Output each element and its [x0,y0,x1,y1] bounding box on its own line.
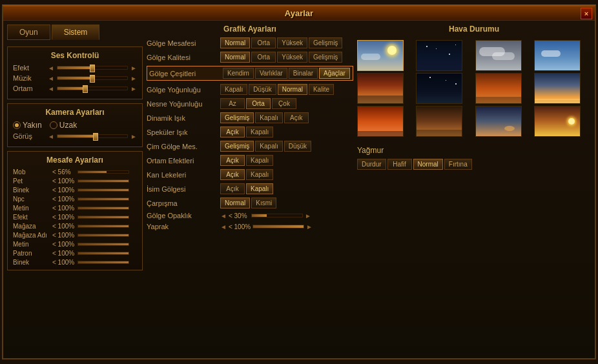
btn-gelismis-2[interactable]: Gelişmiş [309,52,342,63]
magaza-slider[interactable] [77,225,129,228]
golge-opaklik-right[interactable]: ► [305,212,311,219]
magaza-adi-slider[interactable] [77,234,129,237]
mob-slider[interactable] [77,170,129,174]
ortam-right-arrow[interactable]: ► [130,85,137,92]
weather-thumb-6[interactable] [475,73,522,104]
weather-thumb-2[interactable] [475,40,522,71]
ses-kontrolu-section: Ses Kontrolü Efekt ◄ ► Müzik ◄ [7,46,143,99]
yaprak-right[interactable]: ► [306,223,313,230]
efekt-mesafe-label: Efekt [13,214,50,221]
btn-dusuk-2[interactable]: Düşük [284,141,311,152]
btn-gelismis-3[interactable]: Gelişmiş [220,112,254,123]
uzak-radio[interactable]: Uzak [50,121,77,130]
btn-kapali-6[interactable]: Kapalı [246,169,273,180]
btn-hafif[interactable]: Hafif [387,159,412,170]
tab-oyun[interactable]: Oyun [7,25,50,40]
patron-slider[interactable] [77,252,129,255]
kamera-section: Kamera Ayarları Yakın Uzak Görüş ◄ [7,103,143,147]
btn-firtina[interactable]: Fırtına [444,159,472,170]
btn-kendim[interactable]: Kendim [223,68,254,79]
btn-kismi[interactable]: Kısmi [251,197,276,208]
muzik-left-arrow[interactable]: ◄ [48,75,54,82]
muzik-right-arrow[interactable]: ► [130,75,137,82]
weather-thumb-9[interactable] [416,106,462,137]
btn-varliklar[interactable]: Varlıklar [255,68,287,79]
btn-normal-2[interactable]: Normal [220,52,250,63]
btn-orta-1[interactable]: Orta [251,37,276,48]
weather-thumb-11[interactable] [534,106,581,137]
golge-opaklik-track[interactable] [251,214,303,217]
btn-kapali-7[interactable]: Kapalı [246,183,273,194]
btn-dusuk-1[interactable]: Düşük [249,84,276,95]
yakin-label: Yakın [23,121,42,130]
weather-thumb-5[interactable] [416,73,462,104]
binek-slider-1[interactable] [77,188,129,192]
btn-agaclar[interactable]: Ağaçlar [319,68,350,79]
btn-kalite[interactable]: Kalite [309,84,334,95]
npc-slider[interactable] [77,197,129,201]
weather-thumb-3[interactable] [534,40,581,71]
weather-thumb-0[interactable] [357,40,404,71]
btn-yuksek-2[interactable]: Yüksek [277,52,307,63]
btn-normal-4[interactable]: Normal [220,197,250,208]
ortam-slider[interactable] [57,86,128,90]
binek-slider-2[interactable] [77,261,129,264]
golge-opaklik-left[interactable]: ◄ [220,212,227,219]
btn-kapali-4[interactable]: Kapalı [255,141,282,152]
btn-orta-3[interactable]: Orta [246,98,271,109]
btn-acik-2[interactable]: Açık [220,126,245,137]
weather-thumb-4[interactable] [357,73,404,104]
efekt-slider[interactable] [57,66,128,70]
btn-gelismis-4[interactable]: Gelişmiş [220,141,254,152]
gorus-left-arrow[interactable]: ◄ [48,133,54,140]
btn-acik-1[interactable]: Açık [284,112,309,123]
dinamik-isik-row: Dinamik Işık Gelişmiş Kapalı Açık [147,112,353,123]
yaprak-left[interactable]: ◄ [220,223,227,230]
pet-slider[interactable] [77,179,129,183]
btn-binalar[interactable]: Binalar [289,68,318,79]
magaza-adi-row: Mağaza Adı < 100% [13,232,137,239]
btn-kapali-3[interactable]: Kapalı [246,126,273,137]
efekt-mesafe-slider[interactable] [77,216,129,219]
yakin-radio[interactable]: Yakın [13,121,42,130]
tab-sistem[interactable]: Sistem [52,25,100,40]
btn-kapali-1[interactable]: Kapalı [220,84,247,95]
efekt-right-arrow[interactable]: ► [130,65,137,72]
nesne-yogunlugu-row: Nesne Yoğunluğu Az Orta Çok [147,98,353,109]
btn-kapali-5[interactable]: Kapalı [246,155,273,166]
btn-normal-rain[interactable]: Normal [413,159,443,170]
btn-yuksek-1[interactable]: Yüksek [277,37,307,48]
isim-golgesi-btns: Açık Kapalı [220,183,273,194]
close-button[interactable]: × [581,8,592,19]
weather-thumb-7[interactable] [534,73,581,104]
yaprak-track[interactable] [253,225,304,228]
weather-thumb-1[interactable] [416,40,462,71]
btn-orta-2[interactable]: Orta [251,52,276,63]
gorus-slider[interactable] [57,134,128,138]
btn-acik-4[interactable]: Açık [220,169,245,180]
btn-kapali-2[interactable]: Kapalı [255,112,282,123]
btn-durdur[interactable]: Durdur [357,159,386,170]
muzik-slider[interactable] [57,76,128,80]
kan-lekeleri-label: Kan Lekeleri [147,171,218,179]
weather-thumb-10[interactable] [475,106,522,137]
metin-slider-2[interactable] [77,243,129,246]
pet-row: Pet < 100% [13,177,137,185]
ortam-left-arrow[interactable]: ◄ [48,85,54,92]
efekt-left-arrow[interactable]: ◄ [48,65,54,72]
gorus-right-arrow[interactable]: ► [130,133,137,140]
magaza-adi-pct: < 100% [52,232,76,239]
golge-kalitesi-btns: Normal Orta Yüksek Gelişmiş [220,52,342,63]
metin-slider-1[interactable] [77,207,129,210]
btn-cok[interactable]: Çok [272,98,296,109]
btn-normal-1[interactable]: Normal [220,37,250,48]
weather-thumb-8[interactable] [357,106,404,137]
btn-acik-5[interactable]: Açık [220,183,245,194]
btn-az[interactable]: Az [220,98,245,109]
kan-lekeleri-btns: Açık Kapalı [220,169,273,180]
btn-acik-3[interactable]: Açık [220,155,245,166]
golge-opaklik-label: Gölge Opaklık [147,212,218,219]
yaprak-slider-group: ◄ < 100% ► [220,223,313,230]
btn-normal-3[interactable]: Normal [278,84,307,95]
btn-gelismis-1[interactable]: Gelişmiş [309,37,342,48]
